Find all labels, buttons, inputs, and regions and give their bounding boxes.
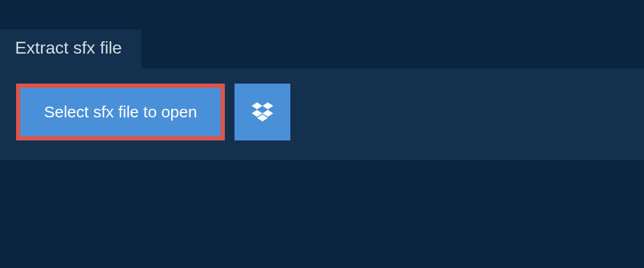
select-file-label: Select sfx file to open [44,103,197,121]
tab-bar: Extract sfx file [0,0,644,69]
tab-label: Extract sfx file [15,38,122,57]
select-file-button[interactable]: Select sfx file to open [20,88,221,136]
tab-extract-sfx[interactable]: Extract sfx file [0,29,141,69]
dropbox-button[interactable] [235,84,290,140]
dropbox-icon [252,101,273,123]
button-row: Select sfx file to open [16,84,628,140]
select-file-highlight: Select sfx file to open [16,84,225,140]
footer-area [0,160,644,267]
content-panel: Select sfx file to open [0,69,644,160]
